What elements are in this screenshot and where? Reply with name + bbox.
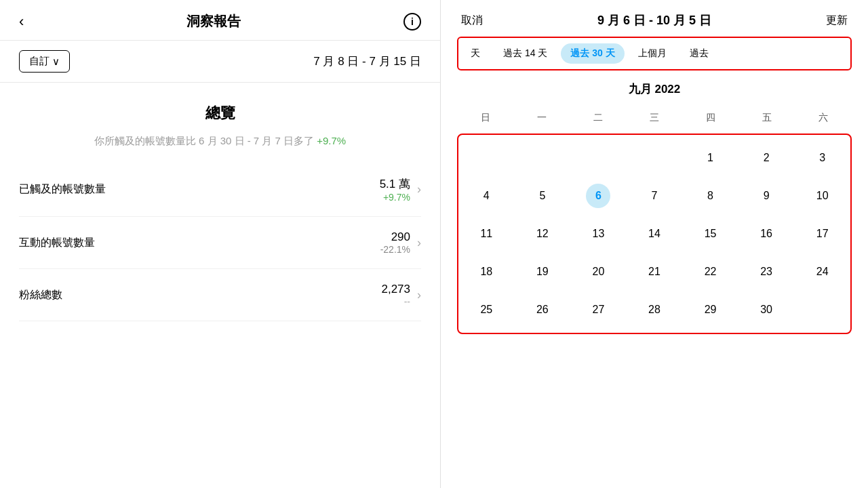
day-number[interactable]: 24 (810, 260, 835, 284)
stats-list: 已觸及的帳號數量 5.1 萬 +9.7% › 互動的帳號數量 290 -22.1… (0, 156, 440, 328)
header: ‹ 洞察報告 i (0, 0, 440, 41)
day-number[interactable]: 16 (754, 222, 778, 246)
day-cell[interactable]: 15 (682, 215, 738, 253)
cancel-button[interactable]: 取消 (461, 14, 483, 28)
chevron-right-icon: › (417, 236, 421, 250)
day-cell[interactable]: 4 (458, 177, 515, 215)
day-number[interactable]: 13 (586, 222, 610, 246)
stat-label: 粉絲總數 (19, 288, 62, 302)
empty-day (642, 146, 667, 170)
day-cell[interactable]: 17 (794, 215, 850, 253)
stat-item[interactable]: 互動的帳號數量 290 -22.1% › (19, 217, 421, 269)
quick-filters-bar: 天過去 14 天過去 30 天上個月過去 (457, 37, 852, 70)
calendar-grid: 日一二三四五六 (457, 108, 852, 132)
selected-day[interactable]: 6 (586, 184, 610, 208)
day-number[interactable]: 19 (530, 260, 555, 284)
day-number[interactable]: 12 (530, 222, 555, 246)
day-cell[interactable]: 19 (515, 253, 571, 291)
top-bar: 取消 9 月 6 日 - 10 月 5 日 更新 (454, 0, 854, 37)
day-cell[interactable]: 11 (458, 215, 515, 253)
day-number[interactable]: 26 (530, 298, 555, 322)
day-number[interactable]: 14 (642, 222, 667, 246)
day-cell[interactable]: 22 (682, 253, 738, 291)
back-button[interactable]: ‹ (19, 13, 24, 30)
day-number[interactable]: 29 (698, 298, 723, 322)
day-cell[interactable]: 5 (515, 177, 571, 215)
custom-filter-button[interactable]: 自訂 ∨ (19, 50, 70, 73)
filter-chip[interactable]: 過去 (680, 43, 718, 64)
stat-value: 5.1 萬 (380, 176, 410, 192)
day-number[interactable]: 2 (754, 146, 778, 170)
day-header: 六 (795, 108, 852, 132)
overview-section: 總覽 你所觸及的帳號數量比 6 月 30 日 - 7 月 7 日多了 +9.7% (0, 83, 440, 156)
stat-value-group: 5.1 萬 +9.7% (380, 176, 410, 203)
day-number[interactable]: 10 (810, 184, 835, 208)
day-cell[interactable]: 12 (515, 215, 571, 253)
day-cell[interactable]: 23 (738, 253, 795, 291)
day-cell[interactable]: 2 (738, 139, 795, 177)
day-number[interactable]: 30 (754, 298, 778, 322)
selected-date-range: 7 月 8 日 - 7 月 15 日 (313, 54, 421, 69)
chevron-right-icon: › (417, 288, 421, 302)
day-cell[interactable]: 29 (682, 291, 738, 329)
stat-value: 290 (380, 230, 410, 244)
day-number[interactable]: 21 (642, 260, 667, 284)
filter-chip[interactable]: 過去 14 天 (494, 43, 557, 64)
day-number[interactable]: 23 (754, 260, 778, 284)
day-cell[interactable]: 3 (794, 139, 850, 177)
day-cell[interactable]: 26 (515, 291, 571, 329)
day-cell[interactable]: 10 (794, 177, 850, 215)
day-cell[interactable]: 16 (738, 215, 795, 253)
empty-day (810, 298, 835, 322)
day-number[interactable]: 20 (586, 260, 610, 284)
day-cell (794, 291, 850, 329)
day-cell[interactable]: 18 (458, 253, 515, 291)
left-panel: ‹ 洞察報告 i 自訂 ∨ 7 月 8 日 - 7 月 15 日 總覽 你所觸及… (0, 0, 441, 488)
filter-chip[interactable]: 天 (461, 43, 490, 64)
filter-chip[interactable]: 上個月 (629, 43, 676, 64)
day-cell[interactable]: 13 (570, 215, 627, 253)
day-cell[interactable]: 6 (570, 177, 627, 215)
day-number[interactable]: 25 (474, 298, 498, 322)
stat-item[interactable]: 已觸及的帳號數量 5.1 萬 +9.7% › (19, 163, 421, 217)
day-cell (458, 139, 515, 177)
calendar-body: 1234567891011121314151617181920212223242… (457, 134, 852, 334)
day-number[interactable]: 5 (530, 184, 555, 208)
day-header: 三 (626, 108, 682, 132)
calendar: 九月 2022 日一二三四五六 123456789101112131415161… (454, 81, 854, 334)
day-cell[interactable]: 1 (682, 139, 738, 177)
day-number[interactable]: 17 (810, 222, 835, 246)
stat-right: 290 -22.1% › (380, 230, 421, 255)
day-number[interactable]: 11 (474, 222, 498, 246)
day-number[interactable]: 28 (642, 298, 667, 322)
day-cell (627, 139, 683, 177)
day-cell[interactable]: 25 (458, 291, 515, 329)
day-number[interactable]: 18 (474, 260, 498, 284)
day-cell[interactable]: 21 (627, 253, 683, 291)
day-number[interactable]: 4 (474, 184, 498, 208)
day-cell[interactable]: 24 (794, 253, 850, 291)
day-cell[interactable]: 30 (738, 291, 795, 329)
day-number[interactable]: 22 (698, 260, 723, 284)
day-number[interactable]: 7 (642, 184, 667, 208)
day-cell[interactable]: 9 (738, 177, 795, 215)
day-number[interactable]: 15 (698, 222, 723, 246)
day-cell[interactable]: 28 (627, 291, 683, 329)
day-number[interactable]: 1 (698, 146, 723, 170)
filter-chip[interactable]: 過去 30 天 (561, 43, 624, 64)
day-cell[interactable]: 7 (627, 177, 683, 215)
day-number[interactable]: 8 (698, 184, 723, 208)
chevron-down-icon: ∨ (52, 56, 60, 68)
day-cell[interactable]: 27 (570, 291, 627, 329)
day-number[interactable]: 27 (586, 298, 610, 322)
update-button[interactable]: 更新 (826, 14, 848, 28)
day-cell[interactable]: 20 (570, 253, 627, 291)
day-cell[interactable]: 8 (682, 177, 738, 215)
custom-label: 自訂 (29, 55, 50, 68)
day-cell[interactable]: 14 (627, 215, 683, 253)
overview-title: 總覽 (19, 103, 421, 123)
info-icon-button[interactable]: i (403, 13, 421, 30)
stat-item[interactable]: 粉絲總數 2,273 -- › (19, 269, 421, 321)
day-number[interactable]: 3 (810, 146, 835, 170)
day-number[interactable]: 9 (754, 184, 778, 208)
